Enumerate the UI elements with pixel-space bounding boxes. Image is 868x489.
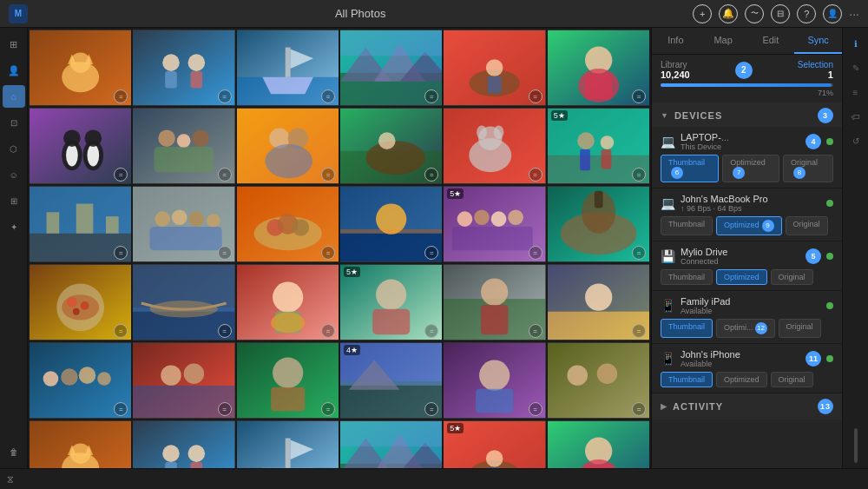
panel-resize-handle[interactable] [854, 428, 858, 463]
photo-cell[interactable]: = [133, 30, 234, 106]
sidebar-icon-home[interactable]: ⌂ [3, 85, 25, 108]
photo-cell[interactable]: 5★= [340, 264, 442, 340]
tab-sync[interactable]: Sync [794, 28, 842, 54]
photo-cell[interactable]: = [237, 186, 339, 262]
activity-section-header[interactable]: ▶ ACTIVITY 13 [652, 393, 842, 420]
filter-icon[interactable]: ⧖ [7, 473, 14, 485]
tab-edit[interactable]: Edit [747, 28, 795, 54]
mylio-optimized-option[interactable]: Optimized [716, 269, 767, 285]
photo-cell[interactable]: = [237, 420, 339, 468]
svg-rect-145 [133, 421, 234, 468]
photo-cell[interactable]: = [237, 108, 339, 184]
ipad-original-option[interactable]: Original [779, 319, 821, 338]
photo-cell[interactable]: = [444, 108, 545, 184]
svg-rect-135 [476, 389, 513, 413]
photo-cell[interactable]: = [133, 108, 234, 184]
devices-icon[interactable]: ⊟ [771, 4, 790, 23]
photo-sync-icon: = [529, 89, 542, 103]
far-right-info-icon[interactable]: ℹ [845, 33, 866, 54]
iphone-thumbnail-option[interactable]: Thumbnail [661, 372, 713, 387]
sidebar-icon-tools[interactable]: ✦ [3, 215, 25, 238]
photo-cell[interactable]: = [30, 264, 131, 340]
account-icon[interactable]: 👤 [823, 4, 842, 23]
iphone-optimized-option[interactable]: Optimized [716, 372, 767, 387]
photo-sync-icon: = [321, 402, 335, 416]
bell-icon[interactable]: 🔔 [719, 4, 738, 23]
svg-point-83 [457, 211, 473, 227]
photo-cell[interactable]: 5★= [444, 420, 545, 468]
photo-cell[interactable]: = [30, 420, 131, 468]
help-icon[interactable]: ? [797, 4, 816, 23]
photo-cell[interactable]: = [340, 420, 442, 468]
photo-cell[interactable]: = [237, 264, 339, 340]
iphone-original-option[interactable]: Original [771, 372, 813, 387]
sidebar-icon-trash[interactable]: 🗑 [3, 440, 25, 463]
photo-cell[interactable]: = [340, 108, 442, 184]
tab-map[interactable]: Map [700, 28, 747, 54]
photo-cell[interactable]: = [548, 186, 649, 262]
add-icon[interactable]: + [693, 4, 712, 23]
sidebar-icon-folder[interactable]: ⊞ [3, 189, 25, 212]
svg-rect-160 [340, 421, 442, 446]
photo-cell[interactable]: 5★= [548, 108, 649, 184]
svg-point-105 [271, 313, 305, 333]
photo-sync-icon: = [529, 246, 542, 260]
ipad-optimized-option[interactable]: Optimi...12 [716, 319, 775, 338]
far-right-tag-icon[interactable]: 🏷 [845, 106, 866, 127]
device-macbook-header: 💻 John's MacBook Pro ↑ 96 Bps · 64 Bps [661, 194, 833, 213]
sidebar-icon-faces[interactable]: ☺ [3, 163, 25, 186]
photo-cell[interactable]: = [133, 342, 234, 419]
far-right-edit-icon[interactable]: ✎ [845, 57, 866, 78]
photo-cell[interactable]: = [444, 342, 545, 419]
main-content: ⊞ 👤 ⌂ ⊡ ⬡ ☺ ⊞ ✦ 🗑 = = [0, 28, 868, 468]
photo-cell[interactable]: = [548, 30, 649, 106]
photo-cell[interactable]: = [133, 264, 234, 340]
macbook-original-option[interactable]: Original [786, 216, 828, 235]
sidebar-icon-person[interactable]: 👤 [3, 59, 25, 82]
photo-sync-icon: = [529, 402, 542, 416]
far-right-undo-icon[interactable]: ↺ [845, 130, 866, 151]
mylio-thumbnail-option[interactable]: Thumbnail [661, 269, 713, 285]
svg-rect-65 [106, 216, 119, 234]
more-menu-icon[interactable]: ··· [849, 7, 859, 21]
photo-cell[interactable]: = [30, 186, 131, 262]
device-iphone-info: John's iPhone Available [681, 349, 800, 368]
photo-cell[interactable]: = [30, 108, 131, 184]
progress-bar-bg [661, 83, 833, 87]
svg-rect-64 [76, 204, 94, 234]
photo-cell[interactable]: = [548, 342, 649, 419]
far-right-filter-icon[interactable]: ≡ [845, 82, 866, 102]
photo-cell[interactable]: = [237, 30, 339, 106]
photo-cell[interactable]: = [444, 264, 545, 340]
photo-cell[interactable]: = [340, 30, 442, 106]
photo-cell[interactable]: 5★= [444, 186, 545, 262]
macbook-optimized-option[interactable]: Optimized9 [716, 216, 782, 235]
photo-cell[interactable]: = [133, 186, 234, 262]
mylio-original-option[interactable]: Original [771, 269, 813, 285]
devices-section-header[interactable]: ▼ DEVICES 3 [652, 102, 842, 127]
tab-info[interactable]: Info [652, 28, 700, 54]
photo-cell[interactable]: = [444, 30, 545, 106]
photo-cell[interactable]: 4★= [340, 342, 442, 419]
svg-rect-149 [191, 462, 203, 468]
photo-cell[interactable]: = [133, 420, 234, 468]
device-laptop-sync-options: Thumbnail6 Optimized7 Original8 [661, 155, 833, 182]
laptop-thumbnail-option[interactable]: Thumbnail6 [661, 155, 719, 182]
device-mylio-sync-options: Thumbnail Optimized Original [661, 269, 833, 285]
photo-cell[interactable]: = [548, 420, 649, 468]
photo-cell[interactable]: = [548, 264, 649, 340]
activity-icon[interactable]: 〜 [745, 4, 764, 23]
ipad-thumbnail-option[interactable]: Thumbnail [661, 319, 713, 338]
macbook-thumbnail-option[interactable]: Thumbnail [661, 216, 713, 235]
photo-cell[interactable]: = [30, 30, 131, 106]
svg-point-70 [207, 214, 220, 228]
sidebar-icon-grid[interactable]: ⊞ [3, 33, 25, 56]
sidebar-icon-map[interactable]: ⊡ [3, 111, 25, 134]
photo-cell[interactable]: = [237, 342, 339, 419]
device-iphone-badge: 11 [806, 351, 821, 367]
photo-cell[interactable]: = [30, 342, 131, 419]
laptop-optimized-option[interactable]: Optimized7 [722, 155, 779, 182]
sidebar-icon-tag[interactable]: ⬡ [3, 137, 25, 160]
photo-cell[interactable]: = [340, 186, 442, 262]
laptop-original-option[interactable]: Original8 [783, 155, 833, 182]
